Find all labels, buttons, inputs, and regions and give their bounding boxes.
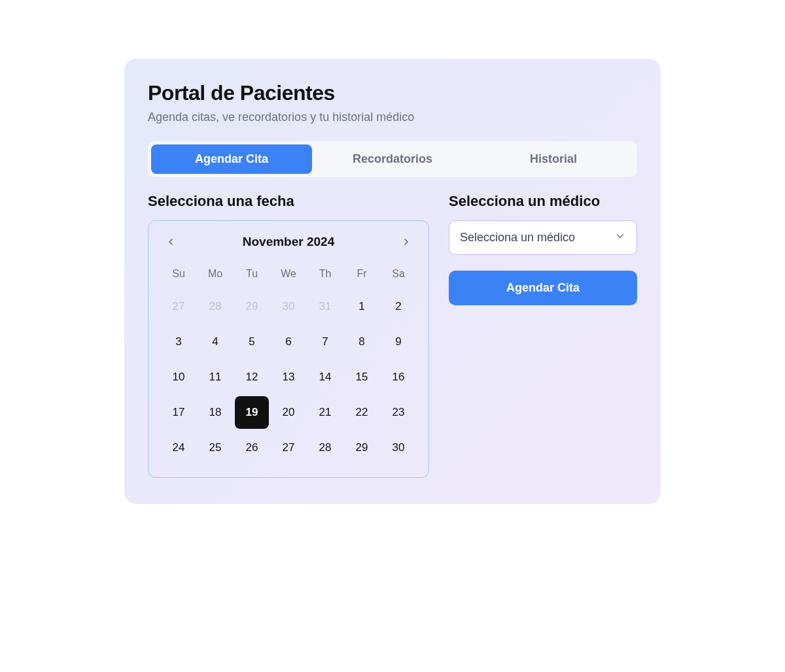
calendar-day[interactable]: 21 [308, 396, 342, 429]
calendar-dow: Mo [198, 263, 232, 288]
calendar-day[interactable]: 19 [235, 396, 269, 429]
calendar-day[interactable]: 28 [198, 290, 232, 323]
schedule-appointment-button[interactable]: Agendar Cita [449, 271, 637, 305]
calendar-day[interactable]: 17 [162, 396, 196, 429]
calendar-day[interactable]: 20 [271, 396, 305, 429]
calendar-day[interactable]: 16 [381, 361, 415, 394]
calendar-day[interactable]: 23 [381, 396, 415, 429]
calendar-next-button[interactable] [397, 233, 415, 251]
date-column: Selecciona una fecha November 2024 SuMoT… [148, 193, 429, 478]
calendar-day[interactable]: 29 [345, 431, 379, 464]
chevron-left-icon [166, 237, 176, 247]
page-title: Portal de Pacientes [148, 81, 637, 105]
date-section-title: Selecciona una fecha [148, 193, 429, 210]
chevron-down-icon [614, 230, 626, 245]
calendar-day[interactable]: 1 [345, 290, 379, 323]
calendar-day[interactable]: 12 [235, 361, 269, 394]
calendar-day[interactable]: 9 [381, 326, 415, 358]
calendar-day[interactable]: 8 [345, 326, 379, 358]
doctor-select-value: Selecciona un médico [460, 231, 575, 244]
content-row: Selecciona una fecha November 2024 SuMoT… [148, 193, 637, 478]
page-subtitle: Agenda citas, ve recordatorios y tu hist… [148, 110, 637, 124]
patient-portal-card: Portal de Pacientes Agenda citas, ve rec… [124, 59, 661, 504]
calendar-day[interactable]: 15 [345, 361, 379, 394]
calendar-dow: Fr [345, 263, 379, 288]
calendar-day[interactable]: 26 [235, 431, 269, 464]
calendar-day[interactable]: 3 [162, 326, 196, 358]
doctor-section-title: Selecciona un médico [449, 193, 637, 210]
tab-bar: Agendar CitaRecordatoriosHistorial [148, 141, 637, 177]
calendar-dow: Th [308, 263, 342, 288]
calendar-day[interactable]: 2 [381, 290, 415, 323]
calendar-day[interactable]: 4 [198, 326, 232, 358]
tab-0[interactable]: Agendar Cita [151, 144, 312, 174]
calendar-day[interactable]: 25 [198, 431, 232, 464]
calendar-day[interactable]: 22 [345, 396, 379, 429]
calendar-day[interactable]: 7 [308, 326, 342, 358]
calendar-day[interactable]: 18 [198, 396, 232, 429]
doctor-column: Selecciona un médico Selecciona un médic… [449, 193, 637, 478]
calendar-day[interactable]: 30 [271, 290, 305, 323]
calendar-day[interactable]: 31 [308, 290, 342, 323]
calendar-day[interactable]: 10 [162, 361, 196, 394]
calendar-grid: SuMoTuWeThFrSa27282930311234567891011121… [162, 263, 415, 464]
calendar-header: November 2024 [162, 233, 415, 251]
calendar-day[interactable]: 24 [162, 431, 196, 464]
calendar-day[interactable]: 27 [162, 290, 196, 323]
calendar-day[interactable]: 5 [235, 326, 269, 358]
calendar-day[interactable]: 27 [271, 431, 305, 464]
calendar-dow: Tu [235, 263, 269, 288]
tab-2[interactable]: Historial [473, 144, 634, 174]
calendar-day[interactable]: 28 [308, 431, 342, 464]
calendar-day[interactable]: 11 [198, 361, 232, 394]
calendar: November 2024 SuMoTuWeThFrSa272829303112… [148, 220, 429, 478]
doctor-select[interactable]: Selecciona un médico [449, 220, 637, 255]
calendar-month-label: November 2024 [243, 235, 334, 249]
calendar-dow: Sa [381, 263, 415, 288]
calendar-prev-button[interactable] [162, 233, 180, 251]
calendar-day[interactable]: 13 [271, 361, 305, 394]
calendar-day[interactable]: 30 [381, 431, 415, 464]
chevron-right-icon [401, 237, 411, 247]
calendar-day[interactable]: 14 [308, 361, 342, 394]
tab-1[interactable]: Recordatorios [312, 144, 473, 174]
calendar-dow: We [271, 263, 305, 288]
calendar-dow: Su [162, 263, 196, 288]
calendar-day[interactable]: 6 [271, 326, 305, 358]
calendar-day[interactable]: 29 [235, 290, 269, 323]
